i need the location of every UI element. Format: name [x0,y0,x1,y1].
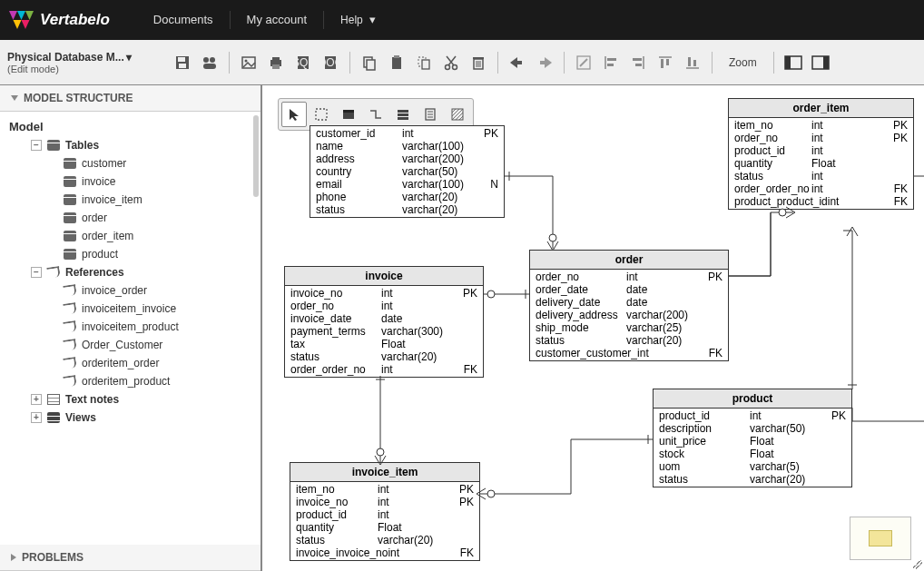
entity-column[interactable]: customer_idintPK [310,127,504,140]
copy-icon[interactable] [358,51,381,74]
menu-documents[interactable]: Documents [137,11,231,29]
expand-icon[interactable]: + [31,412,42,423]
duplicate-icon[interactable] [412,51,436,74]
align-left-icon[interactable] [599,51,623,74]
tree-table-order_item[interactable]: order_item [4,227,257,245]
tree-table-product[interactable]: product [4,245,257,263]
entity-column[interactable]: statusvarchar(20) [530,334,728,347]
entity-column[interactable]: addressvarchar(200) [310,153,504,165]
entity-column[interactable]: item_nointPK [729,119,913,132]
entity-customer[interactable]: customer_idintPKnamevarchar(100)addressv… [310,125,505,218]
undo-icon[interactable] [506,51,529,74]
view-tool-icon[interactable] [390,102,416,127]
tree-table-customer[interactable]: customer [4,154,257,172]
tree-group-tables[interactable]: −Tables [4,136,257,154]
entity-column[interactable]: taxFloat [285,338,483,350]
scrollbar[interactable] [253,115,259,197]
resize-handle-icon[interactable] [913,560,922,569]
entity-invoice-item[interactable]: invoice_itemitem_nointPKinvoice_nointPKp… [290,462,480,561]
problems-header[interactable]: PROBLEMS [0,545,260,571]
entity-column[interactable]: namevarchar(100) [310,140,504,153]
minimap[interactable] [850,517,911,560]
canvas[interactable]: customer_idintPKnamevarchar(100)addressv… [262,85,924,571]
entity-column[interactable]: ship_modevarchar(25) [530,321,728,334]
entity-column[interactable]: order_order_nointFK [729,182,913,195]
entity-column[interactable]: order_order_nointFK [285,363,483,376]
entity-column[interactable]: phonevarchar(20) [310,191,504,203]
entity-column[interactable]: invoice_datedate [285,312,483,325]
tree-table-order[interactable]: order [4,209,257,227]
tree-table-invoice_item[interactable]: invoice_item [4,191,257,209]
tree-model[interactable]: Model [4,117,257,136]
edit-icon[interactable] [572,51,595,74]
entity-column[interactable]: item_nointPK [290,483,479,496]
delete-icon[interactable] [467,51,490,74]
entity-column[interactable]: emailvarchar(100)N [310,178,504,191]
model-structure-header[interactable]: MODEL STRUCTURE [0,85,260,112]
entity-column[interactable]: customer_customer_intFK [530,347,728,359]
entity-column[interactable]: uomvarchar(5) [654,460,851,473]
entity-column[interactable]: invoice_nointPK [290,496,479,508]
collapse-icon[interactable]: − [31,267,42,278]
paste-icon[interactable] [385,51,408,74]
entity-column[interactable]: order_nointPK [530,271,728,283]
entity-column[interactable]: product_product_idintFK [729,195,913,208]
save-icon[interactable] [171,51,194,74]
entity-column[interactable]: statusvarchar(20) [285,350,483,363]
tree-group-views[interactable]: +Views [4,409,257,427]
tree-ref-invoice_order[interactable]: invoice_order [4,281,257,300]
entity-column[interactable]: delivery_datedate [530,296,728,309]
tree-ref-invoiceitem_invoice[interactable]: invoiceitem_invoice [4,300,257,318]
entity-column[interactable]: product_idint [729,144,913,157]
entity-column[interactable]: order_noint [285,300,483,312]
align-right-icon[interactable] [626,51,650,74]
entity-column[interactable]: invoice_invoice_nointFK [290,546,479,559]
reference-tool-icon[interactable] [363,102,388,127]
collapse-icon[interactable]: − [31,140,42,151]
entity-column[interactable]: quantityFloat [290,521,479,534]
entity-column[interactable]: statusvarchar(20) [290,534,479,546]
entity-column[interactable]: statusvarchar(20) [310,203,504,216]
area-tool-icon[interactable] [445,102,470,127]
entity-column[interactable]: product_idint [290,508,479,521]
tree-group-notes[interactable]: +Text notes [4,390,257,409]
redo-icon[interactable] [533,51,556,74]
entity-order-item[interactable]: order_itemitem_nointPKorder_nointPKprodu… [728,98,914,210]
doc-icon[interactable]: DOC [319,51,342,74]
entity-column[interactable]: payment_termsvarchar(300) [285,325,483,338]
panel-right-icon[interactable] [809,51,832,74]
entity-column[interactable]: order_datedate [530,283,728,296]
menu-my-account[interactable]: My account [231,11,324,29]
tree-ref-Order_Customer[interactable]: Order_Customer [4,336,257,354]
model-title-block[interactable]: Physical Database M...▾ (Edit mode) [7,51,171,74]
entity-column[interactable]: invoice_nointPK [285,287,483,300]
entity-column[interactable]: stockFloat [654,448,851,460]
image-icon[interactable] [237,51,260,74]
cut-icon[interactable] [439,51,463,74]
menu-help[interactable]: Help ▾ [324,11,392,29]
logo[interactable]: Vertabelo [9,7,110,33]
entity-column[interactable]: countryvarchar(50) [310,165,504,178]
entity-column[interactable]: delivery_addressvarchar(200) [530,309,728,321]
panel-left-icon[interactable] [781,51,805,74]
entity-column[interactable]: statusint [729,170,913,182]
select-area-icon[interactable] [309,102,334,127]
tree-ref-orderitem_order[interactable]: orderitem_order [4,354,257,372]
align-bottom-icon[interactable] [681,51,704,74]
entity-order[interactable]: orderorder_nointPKorder_datedatedelivery… [529,250,729,361]
entity-column[interactable]: statusvarchar(20) [654,473,851,486]
tree-ref-invoiceitem_product[interactable]: invoiceitem_product [4,318,257,336]
tree-group-references[interactable]: −References [4,263,257,281]
tree-table-invoice[interactable]: invoice [4,172,257,191]
table-tool-icon[interactable] [336,102,361,127]
sql-icon[interactable]: SQL [291,51,315,74]
entity-column[interactable]: product_idintPK [654,409,851,422]
entity-column[interactable]: quantityFloat [729,157,913,170]
share-icon[interactable] [198,51,221,74]
entity-product[interactable]: productproduct_idintPKdescriptionvarchar… [653,389,852,487]
entity-column[interactable]: unit_priceFloat [654,435,851,448]
entity-column[interactable]: descriptionvarchar(50) [654,422,851,435]
print-icon[interactable] [264,51,288,74]
entity-invoice[interactable]: invoiceinvoice_nointPKorder_nointinvoice… [284,266,484,378]
expand-icon[interactable]: + [31,394,42,405]
